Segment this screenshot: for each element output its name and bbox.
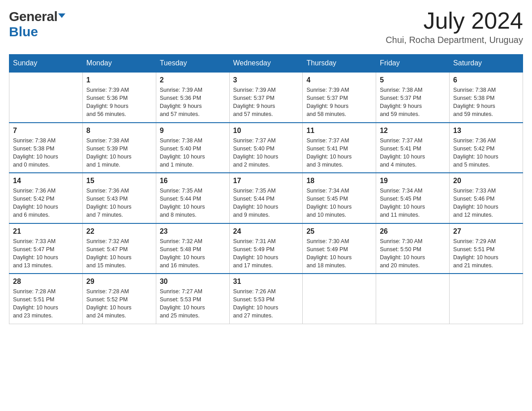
- title-block: July 2024 Chui, Rocha Department, Urugua…: [386, 9, 523, 45]
- calendar-cell: 3Sunrise: 7:39 AMSunset: 5:37 PMDaylight…: [229, 72, 303, 123]
- day-info: Sunrise: 7:38 AMSunset: 5:38 PMDaylight:…: [13, 137, 79, 169]
- calendar-cell: 2Sunrise: 7:39 AMSunset: 5:36 PMDaylight…: [156, 72, 229, 123]
- day-number: 8: [86, 127, 152, 135]
- day-number: 19: [380, 177, 446, 185]
- day-number: 5: [380, 76, 446, 84]
- calendar-cell: 28Sunrise: 7:28 AMSunset: 5:51 PMDayligh…: [9, 274, 83, 324]
- calendar-cell: 15Sunrise: 7:36 AMSunset: 5:43 PMDayligh…: [82, 173, 156, 223]
- day-number: 26: [380, 227, 446, 235]
- calendar-header-row: SundayMondayTuesdayWednesdayThursdayFrid…: [9, 55, 523, 73]
- day-info: Sunrise: 7:37 AMSunset: 5:41 PMDaylight:…: [306, 137, 372, 169]
- day-number: 6: [453, 76, 519, 84]
- calendar-cell: 26Sunrise: 7:30 AMSunset: 5:50 PMDayligh…: [376, 223, 450, 274]
- calendar-cell: 12Sunrise: 7:37 AMSunset: 5:41 PMDayligh…: [376, 123, 450, 173]
- calendar-cell: 6Sunrise: 7:38 AMSunset: 5:38 PMDaylight…: [450, 72, 523, 123]
- day-info: Sunrise: 7:38 AMSunset: 5:38 PMDaylight:…: [453, 86, 519, 119]
- day-number: 29: [86, 278, 152, 286]
- day-number: 31: [233, 278, 299, 286]
- day-info: Sunrise: 7:38 AMSunset: 5:39 PMDaylight:…: [86, 137, 152, 169]
- day-info: Sunrise: 7:38 AMSunset: 5:37 PMDaylight:…: [380, 86, 446, 119]
- col-header-thursday: Thursday: [303, 55, 376, 73]
- calendar-cell: 30Sunrise: 7:27 AMSunset: 5:53 PMDayligh…: [156, 274, 229, 324]
- calendar-cell: 11Sunrise: 7:37 AMSunset: 5:41 PMDayligh…: [303, 123, 376, 173]
- calendar-cell: 1Sunrise: 7:39 AMSunset: 5:36 PMDaylight…: [82, 72, 156, 123]
- day-info: Sunrise: 7:30 AMSunset: 5:49 PMDaylight:…: [306, 237, 372, 270]
- day-info: Sunrise: 7:33 AMSunset: 5:46 PMDaylight:…: [453, 187, 519, 219]
- day-number: 24: [233, 227, 299, 235]
- logo: General Blue: [9, 9, 66, 39]
- calendar-cell: 22Sunrise: 7:32 AMSunset: 5:47 PMDayligh…: [82, 223, 156, 274]
- day-info: Sunrise: 7:39 AMSunset: 5:36 PMDaylight:…: [86, 86, 152, 119]
- calendar-cell: 23Sunrise: 7:32 AMSunset: 5:48 PMDayligh…: [156, 223, 229, 274]
- page-header: General Blue July 2024 Chui, Rocha Depar…: [9, 9, 523, 45]
- day-number: 10: [233, 127, 299, 135]
- calendar-cell: 31Sunrise: 7:26 AMSunset: 5:53 PMDayligh…: [229, 274, 303, 324]
- calendar-cell: [376, 274, 450, 324]
- day-number: 2: [160, 76, 226, 84]
- day-number: 17: [233, 177, 299, 185]
- calendar-cell: 21Sunrise: 7:33 AMSunset: 5:47 PMDayligh…: [9, 223, 83, 274]
- day-number: 22: [86, 227, 152, 235]
- calendar-week-row: 1Sunrise: 7:39 AMSunset: 5:36 PMDaylight…: [9, 72, 523, 123]
- calendar-cell: 17Sunrise: 7:35 AMSunset: 5:44 PMDayligh…: [229, 173, 303, 223]
- calendar-cell: 10Sunrise: 7:37 AMSunset: 5:40 PMDayligh…: [229, 123, 303, 173]
- calendar-cell: 4Sunrise: 7:39 AMSunset: 5:37 PMDaylight…: [303, 72, 376, 123]
- logo-blue-text: Blue: [9, 24, 66, 39]
- col-header-saturday: Saturday: [450, 55, 523, 73]
- day-number: 13: [453, 127, 519, 135]
- calendar-cell: 24Sunrise: 7:31 AMSunset: 5:49 PMDayligh…: [229, 223, 303, 274]
- day-number: 28: [13, 278, 79, 286]
- logo-arrow-icon: [58, 12, 66, 20]
- day-info: Sunrise: 7:39 AMSunset: 5:37 PMDaylight:…: [233, 86, 299, 119]
- day-info: Sunrise: 7:32 AMSunset: 5:47 PMDaylight:…: [86, 237, 152, 270]
- day-number: 27: [453, 227, 519, 235]
- day-number: 14: [13, 177, 79, 185]
- col-header-wednesday: Wednesday: [229, 55, 303, 73]
- day-number: 3: [233, 76, 299, 84]
- calendar-table: SundayMondayTuesdayWednesdayThursdayFrid…: [9, 54, 523, 324]
- calendar-cell: 29Sunrise: 7:28 AMSunset: 5:52 PMDayligh…: [82, 274, 156, 324]
- day-info: Sunrise: 7:39 AMSunset: 5:36 PMDaylight:…: [160, 86, 226, 119]
- day-number: 18: [306, 177, 372, 185]
- calendar-cell: 8Sunrise: 7:38 AMSunset: 5:39 PMDaylight…: [82, 123, 156, 173]
- calendar-cell: [303, 274, 376, 324]
- month-year-title: July 2024: [386, 9, 523, 32]
- col-header-sunday: Sunday: [9, 55, 83, 73]
- calendar-cell: 14Sunrise: 7:36 AMSunset: 5:42 PMDayligh…: [9, 173, 83, 223]
- calendar-cell: [9, 72, 83, 123]
- day-number: 15: [86, 177, 152, 185]
- day-info: Sunrise: 7:36 AMSunset: 5:43 PMDaylight:…: [86, 187, 152, 219]
- day-info: Sunrise: 7:27 AMSunset: 5:53 PMDaylight:…: [160, 287, 226, 320]
- day-info: Sunrise: 7:39 AMSunset: 5:37 PMDaylight:…: [306, 86, 372, 119]
- day-info: Sunrise: 7:37 AMSunset: 5:40 PMDaylight:…: [233, 137, 299, 169]
- calendar-cell: 16Sunrise: 7:35 AMSunset: 5:44 PMDayligh…: [156, 173, 229, 223]
- calendar-week-row: 7Sunrise: 7:38 AMSunset: 5:38 PMDaylight…: [9, 123, 523, 173]
- day-info: Sunrise: 7:37 AMSunset: 5:41 PMDaylight:…: [380, 137, 446, 169]
- day-number: 1: [86, 76, 152, 84]
- calendar-week-row: 14Sunrise: 7:36 AMSunset: 5:42 PMDayligh…: [9, 173, 523, 223]
- day-info: Sunrise: 7:29 AMSunset: 5:51 PMDaylight:…: [453, 237, 519, 270]
- col-header-monday: Monday: [82, 55, 156, 73]
- day-number: 4: [306, 76, 372, 84]
- day-info: Sunrise: 7:31 AMSunset: 5:49 PMDaylight:…: [233, 237, 299, 270]
- calendar-cell: 25Sunrise: 7:30 AMSunset: 5:49 PMDayligh…: [303, 223, 376, 274]
- day-number: 21: [13, 227, 79, 235]
- svg-marker-0: [58, 13, 65, 18]
- day-info: Sunrise: 7:35 AMSunset: 5:44 PMDaylight:…: [160, 187, 226, 219]
- day-info: Sunrise: 7:32 AMSunset: 5:48 PMDaylight:…: [160, 237, 226, 270]
- day-number: 23: [160, 227, 226, 235]
- day-info: Sunrise: 7:26 AMSunset: 5:53 PMDaylight:…: [233, 287, 299, 320]
- calendar-cell: 7Sunrise: 7:38 AMSunset: 5:38 PMDaylight…: [9, 123, 83, 173]
- day-number: 12: [380, 127, 446, 135]
- logo-general-text: General: [9, 9, 57, 24]
- day-info: Sunrise: 7:36 AMSunset: 5:42 PMDaylight:…: [453, 137, 519, 169]
- calendar-cell: 9Sunrise: 7:38 AMSunset: 5:40 PMDaylight…: [156, 123, 229, 173]
- col-header-tuesday: Tuesday: [156, 55, 229, 73]
- day-info: Sunrise: 7:36 AMSunset: 5:42 PMDaylight:…: [13, 187, 79, 219]
- calendar-week-row: 28Sunrise: 7:28 AMSunset: 5:51 PMDayligh…: [9, 274, 523, 324]
- calendar-cell: [450, 274, 523, 324]
- day-info: Sunrise: 7:30 AMSunset: 5:50 PMDaylight:…: [380, 237, 446, 270]
- day-info: Sunrise: 7:28 AMSunset: 5:51 PMDaylight:…: [13, 287, 79, 320]
- calendar-week-row: 21Sunrise: 7:33 AMSunset: 5:47 PMDayligh…: [9, 223, 523, 274]
- day-number: 11: [306, 127, 372, 135]
